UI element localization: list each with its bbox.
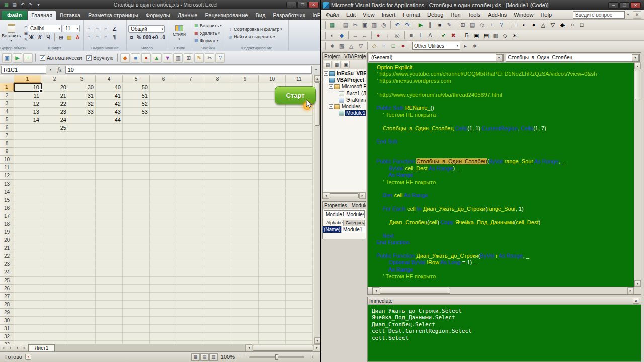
save-icon[interactable]: ▤ [11, 2, 18, 8]
grid-cell[interactable] [96, 124, 123, 132]
grid-cell[interactable] [286, 277, 313, 285]
grid-cell[interactable] [259, 268, 286, 277]
toolbar-icon[interactable]: ∗ [510, 31, 519, 40]
grid-cell[interactable] [14, 140, 41, 148]
toolbar-icon[interactable]: □ [577, 21, 586, 29]
row-header[interactable]: 18 [0, 220, 14, 228]
column-header[interactable]: 6 [150, 75, 177, 83]
tool-icon[interactable]: ● [398, 42, 408, 50]
grid-cell[interactable] [123, 301, 150, 309]
increase-decimal-icon[interactable]: +0 [152, 34, 158, 41]
grid-cell[interactable] [150, 309, 177, 317]
scrollbar-thumb[interactable] [330, 193, 359, 198]
sheet-nav-icon[interactable]: « [0, 344, 7, 351]
accounting-format-icon[interactable]: ¤ [128, 34, 135, 41]
ribbon-tab[interactable]: Главная [28, 11, 56, 20]
grid-cell[interactable] [68, 156, 96, 164]
grid-cell[interactable] [231, 252, 259, 260]
addin-icon[interactable]: ● [141, 53, 151, 63]
grid-cell[interactable] [150, 140, 177, 148]
code-line[interactable]: Next [377, 233, 634, 239]
toolbar-icon[interactable]: ≡ [510, 21, 519, 29]
grid-cell[interactable] [150, 156, 177, 164]
grid-cell[interactable] [14, 285, 41, 293]
worksheet-grid[interactable]: 1234567891011 11020304050211213141513122… [0, 75, 314, 344]
grid-cell[interactable] [123, 124, 150, 132]
grid-cell[interactable] [150, 132, 177, 140]
grid-cell[interactable] [177, 140, 204, 148]
grid-cell[interactable] [41, 244, 68, 252]
grid-cell[interactable] [150, 244, 177, 252]
grid-cell[interactable] [204, 309, 231, 317]
question-input[interactable]: Введите вопрос [573, 11, 625, 19]
row-header[interactable]: 20 [0, 236, 14, 244]
name-box[interactable]: R1C1 [1, 66, 46, 74]
row-header[interactable]: 12 [0, 172, 14, 180]
grid-cell[interactable] [259, 164, 286, 172]
properties-object-combo[interactable]: Module1 Module ▾ [324, 210, 365, 218]
grid-cell[interactable] [231, 172, 259, 180]
grid-cell[interactable] [68, 333, 96, 341]
addin-icon[interactable]: ▲ [152, 53, 162, 63]
grid-cell[interactable] [231, 164, 259, 172]
grid-cell[interactable] [96, 268, 123, 277]
grid-cell[interactable] [259, 188, 286, 196]
ribbon-tab[interactable]: Формулы [142, 11, 174, 20]
grid-cell[interactable] [96, 244, 123, 252]
ribbon-tab[interactable]: Файл [2, 11, 27, 20]
grid-cell[interactable] [204, 317, 231, 325]
project-tree-item[interactable]: Лист1 (Лист1) [323, 90, 366, 97]
grid-cell[interactable] [96, 140, 123, 148]
percent-style-icon[interactable]: % [136, 34, 142, 41]
grid-cell[interactable] [68, 212, 96, 220]
grid-cell[interactable] [123, 180, 150, 188]
menu-item[interactable]: Tools [464, 11, 485, 19]
grid-cell[interactable] [177, 156, 204, 164]
tool-icon[interactable]: ∗ [328, 42, 337, 50]
redo-icon[interactable]: ↷ [403, 21, 412, 29]
grid-cell[interactable] [286, 244, 313, 252]
grid-cell[interactable]: 33 [68, 108, 96, 116]
grid-cell[interactable] [204, 156, 231, 164]
grid-cell[interactable] [259, 148, 286, 156]
grid-cell[interactable]: 10 [14, 83, 41, 92]
grid-cell[interactable] [14, 268, 41, 277]
grid-cell[interactable] [259, 140, 286, 148]
grid-cell[interactable] [177, 108, 204, 116]
grid-cell[interactable] [68, 220, 96, 228]
grid-cell[interactable] [259, 285, 286, 293]
grid-cell[interactable] [123, 148, 150, 156]
grid-cell[interactable] [286, 220, 313, 228]
view-object-icon[interactable]: ▦ [333, 61, 341, 68]
grid-cell[interactable] [123, 188, 150, 196]
grid-cell[interactable] [259, 333, 286, 341]
grid-cell[interactable] [96, 325, 123, 333]
code-line[interactable]: ' http://www.cyberforum.ru/vba/thread240… [377, 92, 634, 98]
grid-cell[interactable] [231, 285, 259, 293]
row-header[interactable]: 7 [0, 132, 14, 140]
toolbar-icon[interactable]: ◐ [520, 21, 529, 29]
grid-cell[interactable] [177, 124, 204, 132]
grid-cell[interactable] [204, 172, 231, 180]
grid-cell[interactable] [123, 196, 150, 204]
grid-cell[interactable] [150, 333, 177, 341]
grid-cell[interactable] [231, 236, 259, 244]
grid-cell[interactable] [14, 301, 41, 309]
outdent-icon[interactable]: ← [360, 31, 369, 40]
grid-cell[interactable] [41, 252, 68, 260]
comment-block-icon[interactable]: ✔ [439, 31, 448, 40]
scroll-down-icon[interactable]: ▾ [314, 337, 320, 344]
addin-icon[interactable]: ⊞ [184, 53, 193, 63]
grid-cell[interactable] [150, 124, 177, 132]
row-header[interactable]: 25 [0, 277, 14, 285]
save-icon[interactable]: ▤ [341, 21, 350, 29]
grid-cell[interactable] [68, 148, 96, 156]
grid-cell[interactable] [96, 220, 123, 228]
grid-cell[interactable] [177, 164, 204, 172]
grid-cell[interactable] [123, 268, 150, 277]
grid-vertical-scrollbar[interactable]: ▴ ▾ [314, 75, 320, 344]
grid-cell[interactable] [259, 228, 286, 236]
grid-cell[interactable]: 11 [14, 92, 41, 100]
grid-cell[interactable] [286, 228, 313, 236]
grid-cell[interactable] [150, 301, 177, 309]
